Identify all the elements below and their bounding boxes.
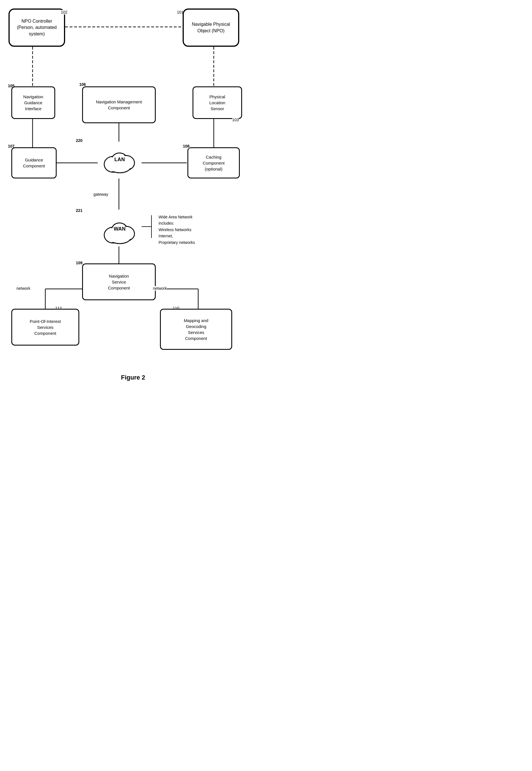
ref-103: 103 [232,117,239,122]
nav-management-label: Navigation Management Component [96,99,142,111]
nav-guidance-box: Navigation Guidance Interface [11,86,55,119]
wan-annotation: Wide Area Network includes: Wireless Net… [159,214,195,245]
poi-label: Point-Of-Interest Services Component [30,318,61,336]
ref-109: 109 [76,260,82,265]
nav-service-label: Navigation Service Component [108,273,130,291]
mapping-label: Mapping and Geocoding Services Component [184,317,208,341]
ref-106: 106 [79,82,86,87]
nav-management-box: Navigation Management Component [82,86,156,123]
ref-220: 220 [76,138,82,143]
figure-caption: Figure 2 [121,374,145,381]
gateway-label: gateway [93,192,108,196]
npo-box: Navigable Physical Object (NPO) [183,8,239,47]
guidance-component-box: Guidance Component [11,147,57,178]
guidance-component-label: Guidance Component [23,157,45,169]
svg-point-32 [110,233,130,243]
lan-cloud: LAN [96,139,143,180]
lan-label: LAN [114,156,125,162]
npo-label: Navigable Physical Object (NPO) [192,21,230,34]
npo-controller-label: NPO Controller (Person, automated system… [17,18,57,37]
ref-102: 102 [61,10,67,14]
nav-service-box: Navigation Service Component [82,263,156,300]
network-left-label: network [16,286,30,290]
nav-guidance-label: Navigation Guidance Interface [23,94,43,112]
svg-point-24 [110,162,130,172]
network-right-label: network [153,286,167,290]
npo-controller-box: NPO Controller (Person, automated system… [8,8,65,47]
diagram-container: NPO Controller (Person, automated system… [0,0,266,385]
ref-108: 108 [183,144,189,148]
mapping-box: Mapping and Geocoding Services Component [160,309,232,350]
caching-label: Caching Component (optional) [203,154,225,172]
wan-label: WAN [114,226,126,232]
wan-cloud: WAN [96,210,143,248]
caching-box: Caching Component (optional) [187,147,240,178]
ref-221: 221 [76,208,82,213]
phys-location-label: Physical Location Sensor [209,94,225,112]
phys-location-box: Physical Location Sensor [193,86,242,119]
poi-box: Point-Of-Interest Services Component [11,309,79,345]
